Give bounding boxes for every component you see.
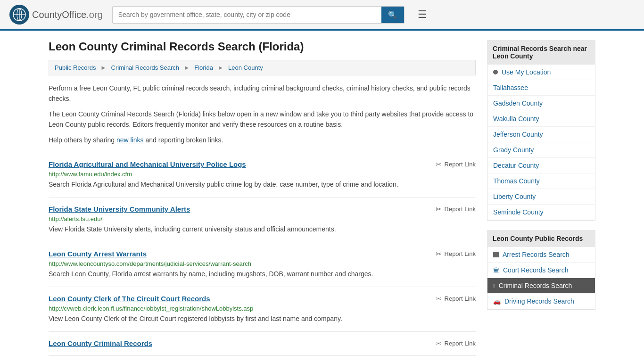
scissors-icon: ✂ [436, 295, 442, 303]
page-title: Leon County Criminal Records Search (Flo… [49, 40, 476, 53]
list-item: Arrest Records Search [487, 247, 595, 263]
sidebar-thomas-county[interactable]: Thomas County [487, 173, 595, 189]
record-url[interactable]: http://cvweb.clerk.leon.fl.us/finance/lo… [49, 305, 476, 312]
scissors-icon: ✂ [436, 205, 442, 214]
new-links-link[interactable]: new links [116, 136, 144, 144]
scissors-icon: ✂ [436, 250, 442, 258]
list-item: Use My Location [487, 65, 595, 80]
sidebar-tallahassee[interactable]: Tallahassee [487, 80, 595, 95]
list-item: Thomas County [487, 173, 595, 189]
breadcrumb-sep-3: ► [218, 64, 224, 71]
scissors-icon: ✂ [436, 160, 442, 169]
car-icon: 🚗 [493, 298, 501, 305]
record-item: Leon County Criminal Records ✂ Report Li… [49, 332, 476, 356]
record-desc: Search Florida Agricultural and Mechanic… [49, 180, 476, 189]
record-title[interactable]: Leon County Clerk of The Circuit Court R… [49, 295, 210, 303]
record-header: Leon County Criminal Records ✂ Report Li… [49, 339, 476, 348]
list-item: Liberty County [487, 189, 595, 205]
record-url[interactable]: http://www.leoncountyso.com/departments/… [49, 260, 476, 267]
list-item: Grady County [487, 142, 595, 158]
report-link[interactable]: ✂ Report Link [436, 339, 476, 348]
logo-text: CountyOffice.org [32, 9, 103, 20]
report-link[interactable]: ✂ Report Link [436, 250, 476, 258]
building-icon: 🏛 [493, 267, 499, 274]
record-header: Leon County Arrest Warrants ✂ Report Lin… [49, 250, 476, 258]
search-button[interactable]: 🔍 [381, 7, 404, 23]
description-1: Perform a free Leon County, FL public cr… [49, 83, 476, 104]
record-title[interactable]: Florida Agricultural and Mechanical Univ… [49, 160, 246, 168]
record-item: Florida Agricultural and Mechanical Univ… [49, 153, 476, 197]
location-dot-icon [493, 70, 498, 74]
sidebar-criminal-records[interactable]: ! Criminal Records Search [487, 278, 595, 293]
breadcrumb-criminal-records[interactable]: Criminal Records Search [111, 64, 180, 71]
breadcrumb-florida[interactable]: Florida [194, 64, 213, 71]
record-header: Florida Agricultural and Mechanical Univ… [49, 160, 476, 169]
sidebar-nearby-title: Criminal Records Search near Leon County [487, 40, 595, 65]
header: CountyOffice.org 🔍 ☰ [0, 0, 644, 31]
search-input[interactable] [113, 7, 381, 23]
record-title[interactable]: Florida State University Community Alert… [49, 205, 190, 213]
sidebar-gadsden-county[interactable]: Gadsden County [487, 96, 595, 111]
list-item-active: ! Criminal Records Search [487, 278, 595, 294]
logo[interactable]: CountyOffice.org [9, 5, 103, 25]
record-url[interactable]: http://alerts.fsu.edu/ [49, 215, 476, 222]
logo-icon [9, 5, 29, 25]
description-2: The Leon County Criminal Records Search … [49, 109, 476, 130]
sidebar-wakulla-county[interactable]: Wakulla County [487, 111, 595, 126]
sidebar: Criminal Records Search near Leon County… [487, 40, 595, 356]
sidebar-liberty-county[interactable]: Liberty County [487, 189, 595, 204]
breadcrumb: Public Records ► Criminal Records Search… [49, 60, 476, 75]
list-item: Decatur County [487, 158, 595, 173]
record-title[interactable]: Leon County Criminal Records [49, 339, 152, 347]
square-icon [493, 252, 499, 257]
exclamation-icon: ! [493, 282, 495, 289]
record-item: Florida State University Community Alert… [49, 197, 476, 242]
sidebar-arrest-records[interactable]: Arrest Records Search [487, 247, 595, 262]
sidebar-grady-county[interactable]: Grady County [487, 142, 595, 157]
records-list: Florida Agricultural and Mechanical Univ… [49, 153, 476, 356]
menu-button[interactable]: ☰ [414, 7, 431, 23]
sidebar-jefferson-county[interactable]: Jefferson County [487, 127, 595, 142]
sidebar-seminole-county[interactable]: Seminole County [487, 205, 595, 220]
sidebar-court-records[interactable]: 🏛 Court Records Search [487, 263, 595, 278]
list-item: 🚗 Driving Records Search [487, 294, 595, 309]
list-item: Tallahassee [487, 80, 595, 96]
sidebar-decatur-county[interactable]: Decatur County [487, 158, 595, 173]
scissors-icon: ✂ [436, 339, 442, 348]
main-container: Leon County Criminal Records Search (Flo… [39, 31, 605, 362]
record-header: Florida State University Community Alert… [49, 205, 476, 214]
record-item: Leon County Arrest Warrants ✂ Report Lin… [49, 242, 476, 287]
record-url[interactable]: http://www.famu.edu/index.cfm [49, 171, 476, 178]
description-3: Help others by sharing new links and rep… [49, 135, 476, 145]
sidebar-use-my-location[interactable]: Use My Location [487, 65, 595, 80]
report-link[interactable]: ✂ Report Link [436, 205, 476, 214]
report-link[interactable]: ✂ Report Link [436, 295, 476, 303]
record-header: Leon County Clerk of The Circuit Court R… [49, 295, 476, 303]
sidebar-nearby-list: Use My Location Tallahassee Gadsden Coun… [487, 65, 595, 221]
breadcrumb-public-records[interactable]: Public Records [55, 64, 96, 71]
record-desc: View Florida State University alerts, in… [49, 224, 476, 234]
breadcrumb-sep-1: ► [100, 64, 107, 71]
sidebar-public-records-title: Leon County Public Records [487, 230, 595, 247]
record-desc: Search Leon County, Florida arrest warra… [49, 269, 476, 279]
list-item: Seminole County [487, 205, 595, 220]
list-item: 🏛 Court Records Search [487, 263, 595, 278]
search-bar: 🔍 [112, 6, 405, 24]
sidebar-public-records-section: Leon County Public Records Arrest Record… [487, 230, 595, 310]
main-content: Leon County Criminal Records Search (Flo… [49, 40, 476, 356]
record-title[interactable]: Leon County Arrest Warrants [49, 250, 147, 258]
list-item: Gadsden County [487, 96, 595, 111]
list-item: Wakulla County [487, 111, 595, 127]
sidebar-nearby-section: Criminal Records Search near Leon County… [487, 40, 595, 221]
sidebar-driving-records[interactable]: 🚗 Driving Records Search [487, 294, 595, 309]
record-item: Leon County Clerk of The Circuit Court R… [49, 287, 476, 332]
report-link[interactable]: ✂ Report Link [436, 160, 476, 169]
sidebar-public-records-list: Arrest Records Search 🏛 Court Records Se… [487, 247, 595, 310]
breadcrumb-leon-county[interactable]: Leon County [228, 64, 263, 71]
breadcrumb-sep-2: ► [184, 64, 190, 71]
list-item: Jefferson County [487, 127, 595, 142]
record-desc: View Leon County Clerk of the Circuit Co… [49, 314, 476, 324]
